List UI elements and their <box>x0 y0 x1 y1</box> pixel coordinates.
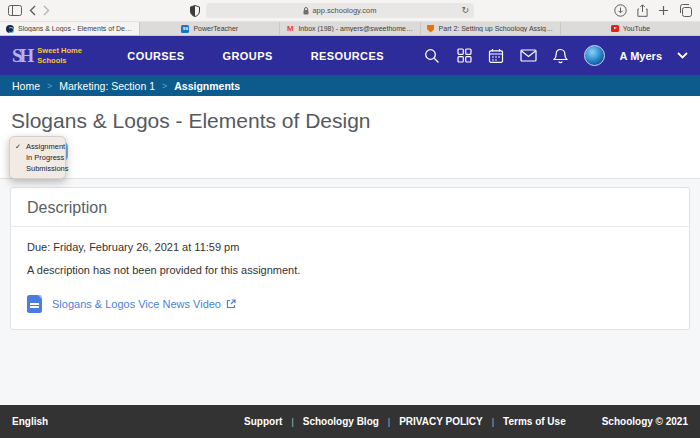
calendar-icon <box>488 48 504 64</box>
dropdown-option-assignment[interactable]: ✓ Assignment <box>10 141 65 152</box>
chevron-down-icon <box>677 52 688 59</box>
privacy-shield-icon <box>190 5 200 17</box>
check-icon: ✓ <box>15 141 21 152</box>
forward-button[interactable] <box>43 3 50 19</box>
navbar-right: A Myers <box>424 45 688 66</box>
downloads-button[interactable] <box>614 3 627 19</box>
school-logo[interactable]: SH <box>12 45 31 67</box>
language-selector[interactable]: English <box>12 416 48 427</box>
footer-link-blog[interactable]: Schoology Blog <box>303 416 379 427</box>
footer-link-terms[interactable]: Terms of Use <box>503 416 566 427</box>
attachment-row[interactable]: Slogans & Logos Vice News Video <box>27 295 673 313</box>
breadcrumb-home[interactable]: Home <box>12 80 40 92</box>
address-url: app.schoology.com <box>312 6 376 15</box>
school-name: Sweet Home Schools <box>37 46 85 65</box>
main-nav: COURSES GROUPS RESOURCES <box>127 50 384 62</box>
address-field[interactable]: app.schoology.com ↻ <box>206 3 474 18</box>
footer: English Support | Schoology Blog | PRIVA… <box>0 405 700 438</box>
plus-icon <box>658 5 669 16</box>
content-area: Description Due: Friday, February 26, 20… <box>0 179 700 405</box>
tab-schoology-active[interactable]: Slogans & Logos - Elements of Design (..… <box>0 22 140 35</box>
breadcrumb-separator: > <box>47 81 52 91</box>
reload-icon: ↻ <box>461 5 469 15</box>
breadcrumb-course[interactable]: Marketing: Section 1 <box>59 80 155 92</box>
attachment-label: Slogans & Logos Vice News Video <box>52 298 221 310</box>
back-button[interactable] <box>29 3 36 19</box>
document-icon <box>27 295 42 313</box>
reload-button[interactable]: ↻ <box>461 3 469 18</box>
nav-resources[interactable]: RESOURCES <box>311 50 384 62</box>
assignment-view-dropdown: ✓ Assignment In Progress Submissions <box>9 136 66 179</box>
forward-icon <box>43 5 50 16</box>
new-tab-button[interactable] <box>658 3 669 19</box>
search-button[interactable] <box>424 47 441 64</box>
footer-separator: | <box>388 417 390 427</box>
tab-powerteacher[interactable]: SS PowerTeacher <box>140 22 280 35</box>
mail-icon <box>520 49 537 62</box>
sidebar-toggle-button[interactable] <box>8 3 22 19</box>
breadcrumb: Home > Marketing: Section 1 > Assignment… <box>0 75 700 96</box>
nav-courses[interactable]: COURSES <box>127 50 184 62</box>
tab-overview-icon <box>679 4 692 17</box>
card-body: Due: Friday, February 26, 2021 at 11:59 … <box>11 227 689 329</box>
attachment-link[interactable]: Slogans & Logos Vice News Video <box>52 298 236 310</box>
tab-title: YouTube <box>623 25 651 32</box>
breadcrumb-assignments[interactable]: Assignments <box>174 80 240 92</box>
youtube-favicon-icon <box>611 25 619 33</box>
footer-links: Support | Schoology Blog | PRIVACY POLIC… <box>244 416 566 427</box>
breadcrumb-separator: > <box>162 81 167 91</box>
no-description-text: A description has not been provided for … <box>27 264 673 276</box>
tab-gmail-inbox[interactable]: M Inbox (198) - amyers@sweethomeschool..… <box>280 22 420 35</box>
footer-separator: | <box>492 417 494 427</box>
tab-title: Part 2: Setting up Schoology Assignment.… <box>439 25 554 32</box>
external-link-icon <box>226 299 236 309</box>
bell-icon <box>553 48 568 64</box>
tab-title: Inbox (198) - amyers@sweethomeschool... <box>298 25 413 32</box>
dropdown-option-in-progress[interactable]: In Progress <box>10 152 65 163</box>
search-icon <box>424 48 440 64</box>
schoology-favicon-icon <box>6 25 14 33</box>
notifications-button[interactable] <box>552 47 569 64</box>
tab-schoology-tutorial[interactable]: Part 2: Setting up Schoology Assignment.… <box>421 22 561 35</box>
sidebar-icon <box>8 5 22 16</box>
nav-groups[interactable]: GROUPS <box>223 50 273 62</box>
due-date: Due: Friday, February 26, 2021 at 11:59 … <box>27 241 673 253</box>
grid-icon <box>457 48 472 63</box>
lock-icon <box>303 7 309 15</box>
share-icon <box>637 4 648 17</box>
user-name[interactable]: A Myers <box>620 50 662 62</box>
browser-tab-strip: Slogans & Logos - Elements of Design (..… <box>0 22 700 36</box>
user-menu-caret[interactable] <box>677 52 688 59</box>
page-title: Slogans & Logos - Elements of Design <box>11 109 689 133</box>
privacy-report-button[interactable] <box>190 3 200 19</box>
powerschool-favicon-icon: SS <box>181 25 189 33</box>
description-card: Description Due: Friday, February 26, 20… <box>10 187 690 330</box>
copyright-text: Schoology © 2021 <box>602 416 688 427</box>
gmail-favicon-icon: M <box>286 25 294 33</box>
tab-youtube[interactable]: YouTube <box>561 22 700 35</box>
schoology-navbar: SH Sweet Home Schools COURSES GROUPS RES… <box>0 36 700 75</box>
tab-title: PowerTeacher <box>193 25 238 32</box>
address-bar-area: app.schoology.com ↻ <box>57 3 607 19</box>
footer-link-support[interactable]: Support <box>244 416 282 427</box>
apps-grid-button[interactable] <box>456 47 473 64</box>
downloads-icon <box>614 4 627 17</box>
toolbar-right-buttons <box>614 3 692 19</box>
footer-separator: | <box>291 417 293 427</box>
calendar-button[interactable] <box>488 47 505 64</box>
back-icon <box>29 5 36 16</box>
orange-shield-favicon-icon <box>427 25 435 33</box>
tab-title: Slogans & Logos - Elements of Design (..… <box>18 25 133 32</box>
tab-overview-button[interactable] <box>679 3 692 19</box>
user-avatar[interactable] <box>584 45 605 66</box>
share-button[interactable] <box>637 3 648 19</box>
card-heading: Description <box>11 188 689 227</box>
messages-button[interactable] <box>520 47 537 64</box>
dropdown-option-submissions[interactable]: Submissions <box>10 163 65 174</box>
footer-link-privacy[interactable]: PRIVACY POLICY <box>399 416 483 427</box>
browser-toolbar: app.schoology.com ↻ <box>0 0 700 22</box>
page-header: Slogans & Logos - Elements of Design <box>0 96 700 179</box>
